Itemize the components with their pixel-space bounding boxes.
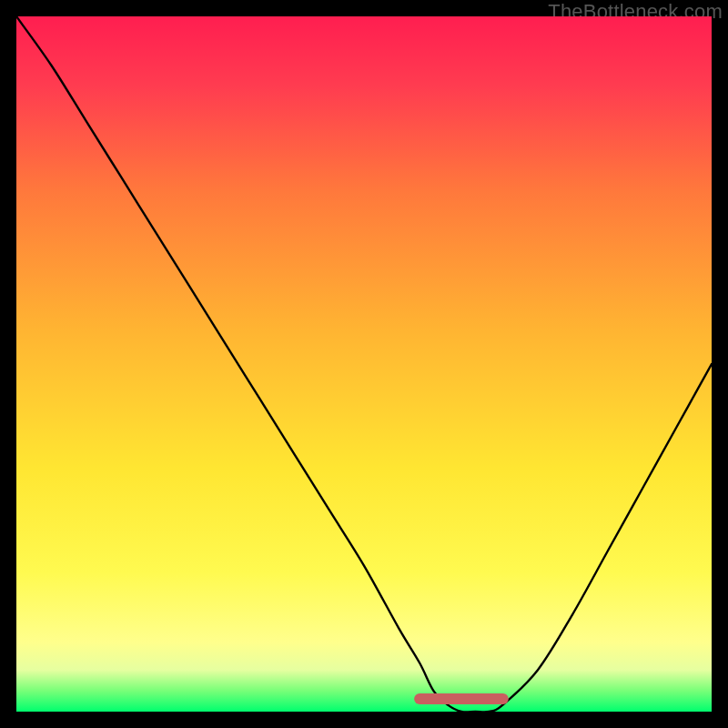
chart-container: TheBottleneck.com	[0, 0, 728, 728]
plot-area	[16, 16, 712, 712]
curve-svg	[16, 16, 712, 712]
bottleneck-curve	[16, 16, 712, 712]
